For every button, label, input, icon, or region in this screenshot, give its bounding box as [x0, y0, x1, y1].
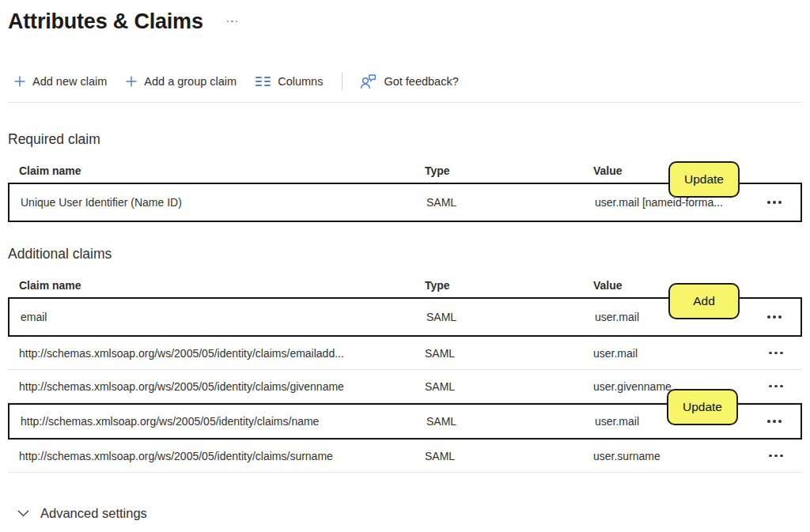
row-context-menu-icon[interactable]	[767, 347, 785, 360]
claim-value-cell: user.mail [nameid-forma...	[595, 196, 753, 209]
column-header-type: Type	[425, 279, 593, 292]
advanced-settings-label: Advanced settings	[40, 506, 147, 521]
claim-row-surname[interactable]: http://schemas.xmlsoap.org/ws/2005/05/id…	[8, 440, 802, 473]
toolbar-divider-line	[8, 102, 802, 103]
toolbar-divider	[342, 73, 343, 90]
column-header-claim-name: Claim name	[8, 279, 425, 292]
attributes-claims-page: Attributes & Claims Add new claim Add a …	[0, 0, 810, 532]
row-context-menu-icon[interactable]	[766, 311, 783, 323]
annotation-callout-update-required: Update	[668, 161, 740, 198]
claim-type-cell: SAML	[426, 196, 595, 209]
additional-claims-heading: Additional claims	[8, 246, 802, 262]
got-feedback-button[interactable]: Got feedback?	[354, 72, 466, 92]
columns-label: Columns	[278, 75, 323, 88]
add-new-claim-button[interactable]: Add new claim	[8, 73, 115, 90]
plus-icon	[14, 76, 25, 87]
columns-button[interactable]: Columns	[249, 73, 331, 90]
page-header: Attributes & Claims	[8, 6, 802, 36]
claim-name-cell: http://schemas.xmlsoap.org/ws/2005/05/id…	[8, 380, 425, 393]
column-header-claim-name: Claim name	[8, 164, 425, 177]
claim-type-cell: SAML	[425, 450, 593, 462]
claim-name-cell: Unique User Identifier (Name ID)	[9, 196, 426, 209]
command-bar: Add new claim Add a group claim Columns …	[8, 71, 802, 92]
claim-name-cell: email	[9, 311, 426, 323]
claim-value-cell: user.surname	[593, 450, 751, 462]
add-group-claim-button[interactable]: Add a group claim	[119, 73, 244, 90]
page-title: Attributes & Claims	[8, 9, 203, 34]
claim-type-cell: SAML	[426, 415, 595, 428]
row-context-menu-icon[interactable]	[766, 415, 783, 428]
claim-row-emailaddress[interactable]: http://schemas.xmlsoap.org/ws/2005/05/id…	[8, 337, 802, 370]
person-feedback-icon	[360, 74, 377, 89]
annotation-callout-update-name: Update	[667, 389, 738, 425]
plus-icon	[126, 76, 137, 87]
row-context-menu-icon[interactable]	[766, 196, 783, 209]
annotation-callout-add-additional: Add	[668, 283, 740, 319]
advanced-settings-expander[interactable]: Advanced settings	[17, 506, 802, 521]
claim-name-cell: http://schemas.xmlsoap.org/ws/2005/05/id…	[9, 415, 426, 428]
columns-icon	[255, 77, 271, 87]
add-new-claim-label: Add new claim	[32, 75, 107, 88]
claim-type-cell: SAML	[425, 347, 593, 360]
required-claim-heading: Required claim	[8, 131, 802, 148]
add-group-claim-label: Add a group claim	[144, 75, 237, 88]
page-more-menu-icon[interactable]	[224, 17, 241, 26]
claim-type-cell: SAML	[425, 380, 593, 393]
chevron-down-icon	[17, 510, 29, 517]
row-context-menu-icon[interactable]	[767, 450, 785, 462]
column-header-type: Type	[425, 164, 593, 177]
claim-name-cell: http://schemas.xmlsoap.org/ws/2005/05/id…	[8, 450, 425, 462]
row-context-menu-icon[interactable]	[767, 380, 785, 393]
claim-name-cell: http://schemas.xmlsoap.org/ws/2005/05/id…	[8, 347, 425, 360]
got-feedback-label: Got feedback?	[384, 75, 458, 88]
claim-type-cell: SAML	[426, 311, 595, 323]
claim-value-cell: user.mail	[593, 347, 751, 360]
